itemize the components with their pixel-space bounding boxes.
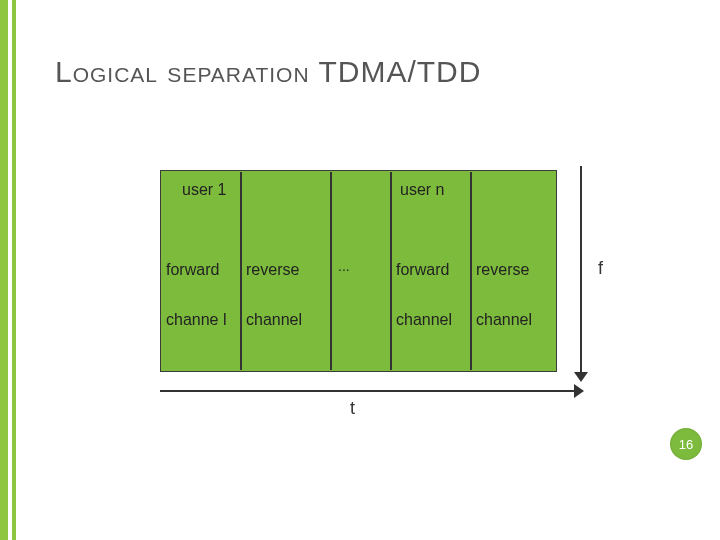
slot-divider-4 bbox=[470, 172, 472, 370]
label-reverse-2: reverse bbox=[476, 260, 529, 280]
label-channel-2a: channel bbox=[396, 310, 452, 330]
t-axis-line bbox=[160, 390, 578, 392]
accent-bar-right bbox=[12, 0, 16, 540]
label-forward-2: forward bbox=[396, 260, 449, 280]
f-axis-line bbox=[580, 166, 582, 376]
slot-divider-1 bbox=[240, 172, 242, 370]
t-axis-label: t bbox=[350, 398, 355, 419]
label-ellipsis: ... bbox=[338, 256, 350, 276]
label-user-1: user 1 bbox=[182, 180, 227, 200]
label-channel-1b: channel bbox=[246, 310, 302, 330]
label-reverse-1: reverse bbox=[246, 260, 299, 280]
label-channel-2b: channel bbox=[476, 310, 532, 330]
page-number-badge: 16 bbox=[670, 428, 702, 460]
slot-divider-3 bbox=[390, 172, 392, 370]
label-forward-1: forward bbox=[166, 260, 219, 280]
label-channel-1a: channe l bbox=[166, 310, 238, 330]
f-axis-arrow-icon bbox=[574, 372, 588, 382]
f-axis-label: f bbox=[598, 258, 603, 279]
t-axis-arrow-icon bbox=[574, 384, 584, 398]
accent-bar-left bbox=[0, 0, 8, 540]
diagram-stage: user 1 user n forward reverse ... forwar… bbox=[140, 160, 610, 400]
slot-divider-2 bbox=[330, 172, 332, 370]
label-user-n: user n bbox=[400, 180, 480, 200]
page-title: Logical separation TDMA/TDD bbox=[55, 55, 481, 89]
